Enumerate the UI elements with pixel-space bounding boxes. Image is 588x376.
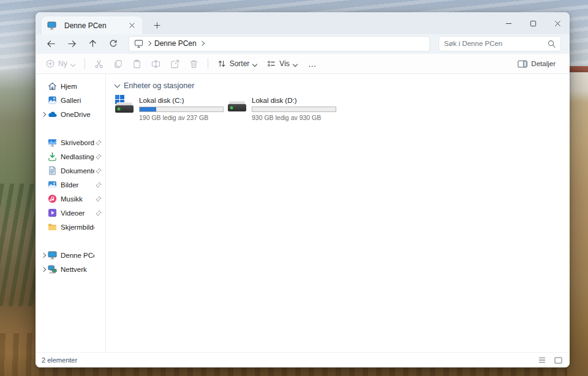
sidebar-item-desktop[interactable]: Skrivebord: [36, 135, 105, 149]
sidebar-item-pictures[interactable]: Bilder: [36, 178, 105, 192]
view-button[interactable]: Vis: [263, 56, 301, 72]
pin-icon: [94, 154, 103, 160]
new-button-label: Ny: [58, 59, 67, 68]
new-tab-icon[interactable]: [149, 18, 164, 32]
drives-grid: Lokal disk (C:) 190 GB ledig av 237 GB: [115, 96, 570, 121]
item-count: 2 elementer: [42, 356, 77, 364]
drive-free-space: 190 GB ledig av 237 GB: [139, 114, 224, 121]
tab-close-icon[interactable]: [126, 20, 137, 31]
explorer-tab[interactable]: Denne PCen: [42, 17, 142, 34]
sidebar-item-label: Denne PCen: [61, 252, 94, 259]
wallpaper-hillside: [0, 184, 36, 306]
sidebar-item-music[interactable]: Musikk: [36, 192, 105, 206]
sidebar-item-label: Skrivebord: [61, 139, 94, 146]
paste-icon[interactable]: [128, 56, 146, 72]
command-toolbar: Ny Sorter: [36, 54, 570, 74]
title-bar[interactable]: Denne PCen: [36, 12, 570, 34]
drive-used-fill: [140, 107, 156, 111]
pin-icon: [94, 210, 103, 216]
wallpaper-bridge: [567, 72, 588, 376]
this-pc-tab-icon: [47, 21, 56, 31]
sidebar-item-documents[interactable]: Dokumenter: [36, 164, 105, 178]
status-bar: 2 elementer: [36, 352, 570, 367]
new-plus-icon: [46, 59, 55, 68]
drive-capacity-bar: [252, 107, 336, 112]
large-icons-view-icon[interactable]: [552, 355, 564, 366]
onedrive-icon: [47, 110, 57, 119]
sidebar-item-label: Dokumenter: [61, 167, 94, 175]
sidebar-item-this-pc[interactable]: Denne PCen: [36, 248, 105, 262]
network-icon: [47, 265, 57, 274]
sidebar-item-label: Hjem: [61, 83, 94, 90]
pin-icon: [94, 140, 103, 146]
delete-icon[interactable]: [185, 56, 203, 72]
breadcrumb-location[interactable]: Denne PCen: [154, 39, 197, 48]
section-devices-and-drives[interactable]: Enheter og stasjoner: [115, 81, 570, 90]
music-icon: [47, 194, 57, 204]
sort-button-label: Sorter: [230, 59, 250, 68]
list-view-icon[interactable]: [537, 355, 548, 366]
chevron-down-icon: [71, 62, 75, 66]
drive-d-item[interactable]: Lokal disk (D:) 930 GB ledig av 930 GB: [228, 96, 341, 121]
drive-name: Lokal disk (C:): [139, 97, 224, 105]
back-icon[interactable]: [42, 36, 60, 51]
hard-drive-icon: [228, 96, 247, 115]
sidebar-group-gap: [36, 121, 105, 135]
more-options-icon[interactable]: …: [303, 56, 322, 72]
sidebar-item-screenshots[interactable]: Skjermbilder: [36, 220, 105, 234]
location-monitor-icon: [134, 40, 143, 48]
up-icon[interactable]: [83, 36, 102, 51]
home-icon: [47, 81, 57, 91]
chevron-down-icon: [253, 62, 257, 66]
sidebar-item-network[interactable]: Nettverk: [36, 262, 105, 276]
desktop-icon: [47, 138, 57, 148]
toolbar-divider: [85, 58, 85, 69]
maximize-icon[interactable]: [521, 12, 545, 34]
breadcrumb-chevron-icon: [200, 42, 204, 45]
this-pc-icon: [47, 250, 57, 260]
chevron-down-icon: [293, 62, 298, 66]
sidebar-item-videos[interactable]: Videoer: [36, 206, 105, 220]
details-pane-icon: [518, 60, 527, 68]
pin-icon: [94, 182, 103, 188]
search-box[interactable]: [439, 36, 561, 51]
collapse-chevron-icon[interactable]: [115, 82, 121, 88]
search-icon: [548, 40, 556, 48]
copy-icon[interactable]: [109, 56, 127, 72]
sidebar-item-label: Skjermbilder: [61, 224, 94, 231]
breadcrumb-chevron-icon: [147, 42, 151, 45]
expand-chevron-icon[interactable]: [39, 254, 47, 257]
close-icon[interactable]: [545, 12, 570, 34]
navigation-bar: Denne PCen: [36, 34, 570, 54]
new-button[interactable]: Ny: [42, 56, 80, 72]
sidebar-group-gap: [36, 234, 105, 248]
sidebar-item-home[interactable]: Hjem: [36, 79, 105, 93]
minimize-icon[interactable]: [496, 12, 521, 34]
downloads-icon: [47, 152, 57, 162]
sidebar-item-onedrive[interactable]: OneDrive: [36, 107, 105, 121]
drive-c-item[interactable]: Lokal disk (C:) 190 GB ledig av 237 GB: [115, 96, 228, 121]
details-pane-button[interactable]: Detaljer: [513, 56, 560, 72]
expand-chevron-icon[interactable]: [39, 113, 47, 116]
rename-icon[interactable]: [147, 56, 165, 72]
sidebar-item-label: OneDrive: [61, 111, 94, 118]
sort-arrows-icon: [217, 59, 226, 68]
forward-icon[interactable]: [62, 36, 81, 51]
toolbar-divider: [208, 58, 208, 69]
pictures-icon: [47, 180, 57, 190]
pin-icon: [94, 168, 103, 174]
file-list-area: Enheter og stasjoner Lokal disk (C:): [106, 74, 570, 352]
cut-icon[interactable]: [90, 56, 108, 72]
drive-capacity-bar: [139, 107, 224, 112]
expand-chevron-icon[interactable]: [39, 268, 47, 271]
search-input[interactable]: [444, 40, 548, 47]
address-bar[interactable]: Denne PCen: [129, 36, 430, 51]
sidebar-item-gallery[interactable]: Galleri: [36, 93, 105, 107]
sidebar-item-label: Nettverk: [61, 266, 94, 273]
share-icon[interactable]: [166, 56, 184, 72]
drive-free-space: 930 GB ledig av 930 GB: [252, 114, 336, 121]
navigation-sidebar: Hjem Galleri OneDrive: [36, 74, 106, 352]
refresh-icon[interactable]: [104, 36, 123, 51]
sort-button[interactable]: Sorter: [213, 56, 262, 72]
sidebar-item-downloads[interactable]: Nedlastinger: [36, 149, 105, 164]
